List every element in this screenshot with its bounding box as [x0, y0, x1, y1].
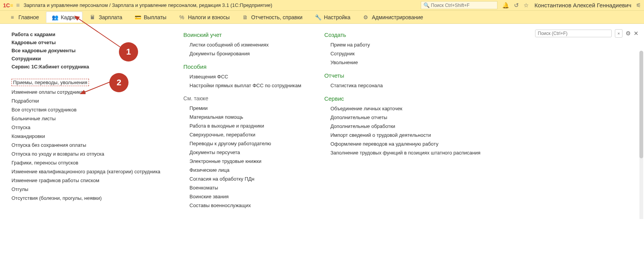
- history-icon[interactable]: ↺: [514, 2, 519, 9]
- tab-taxes[interactable]: % Налоги и взносы: [173, 12, 235, 23]
- link-item[interactable]: Графики, переносы отпусков: [12, 160, 160, 166]
- header-bar: 1С≡ ≡ Зарплата и управление персоналом /…: [0, 0, 644, 11]
- section-military[interactable]: Воинский учет: [183, 32, 301, 38]
- column-3: Создать Прием на работу Сотрудник Увольн…: [324, 32, 480, 211]
- wrench-icon: 🔧: [315, 14, 321, 20]
- tab-settings[interactable]: 🔧 Настройка: [310, 12, 356, 23]
- link-item[interactable]: Подработки: [12, 98, 160, 104]
- app-title: Зарплата и управление персоналом / Зарпл…: [23, 2, 420, 8]
- link-item[interactable]: Увольнение: [324, 60, 480, 65]
- hamburger-icon[interactable]: ≡: [16, 2, 20, 9]
- section-service[interactable]: Сервис: [324, 95, 480, 102]
- link-item[interactable]: Дополнительные отчеты: [324, 115, 480, 120]
- link-item[interactable]: Документы бронирования: [183, 51, 301, 56]
- link-item[interactable]: Листки сообщений об изменениях: [183, 42, 301, 48]
- section-benefits[interactable]: Пособия: [183, 63, 301, 70]
- link-item[interactable]: Отпуска без сохранения оплаты: [12, 142, 160, 148]
- user-name[interactable]: Константинов Алексей Геннадиевич: [535, 2, 631, 8]
- global-search-input[interactable]: [431, 3, 495, 8]
- link-item[interactable]: Статистика персонала: [324, 83, 480, 88]
- close-icon[interactable]: ✕: [634, 30, 639, 37]
- annotation-badge-1: 1: [119, 42, 138, 61]
- scrollbar[interactable]: [639, 51, 643, 219]
- scrollbar-thumb[interactable]: [639, 51, 643, 158]
- link-item[interactable]: Согласия на обработку ПДн: [183, 176, 301, 182]
- tab-salary[interactable]: 🖩 Зарплата: [84, 12, 127, 23]
- link-item[interactable]: Сверхурочные, переработки: [183, 132, 301, 138]
- link-item[interactable]: Заполнение трудовых функций в позициях ш…: [324, 150, 480, 156]
- content-search-input[interactable]: [538, 31, 609, 36]
- link-item[interactable]: Изменение оплаты сотрудников: [12, 89, 160, 95]
- tab-payments[interactable]: 💳 Выплаты: [129, 12, 172, 23]
- bell-icon[interactable]: 🔔: [502, 2, 509, 9]
- link-item[interactable]: Отгулы: [12, 186, 160, 192]
- link-item[interactable]: Материальная помощь: [183, 114, 301, 120]
- link-item[interactable]: Прием на работу: [324, 42, 480, 48]
- link-item[interactable]: Дополнительные обработки: [324, 123, 480, 129]
- link-item[interactable]: Документы персучета: [183, 149, 301, 155]
- link-item[interactable]: Физические лица: [183, 167, 301, 173]
- link-item[interactable]: Отпуска: [12, 125, 160, 130]
- link-item[interactable]: Сотрудник: [324, 51, 480, 56]
- header-actions: 🔔 ↺ ☆ Константинов Алексей Геннадиевич ⚟: [502, 2, 641, 9]
- link-item[interactable]: Работа в выходные и праздники: [183, 123, 301, 129]
- people-icon: 👥: [52, 14, 58, 20]
- calculator-icon: 🖩: [89, 14, 96, 20]
- wallet-icon: 💳: [135, 14, 141, 20]
- group-head[interactable]: Сервис 1С:Кабинет сотрудника: [12, 64, 160, 70]
- tab-personnel[interactable]: 👥 Кадры: [46, 12, 83, 23]
- link-item[interactable]: Изменение графиков работы списком: [12, 178, 160, 183]
- link-item[interactable]: Составы военнослужащих: [183, 203, 301, 208]
- percent-icon: %: [179, 14, 185, 20]
- link-item[interactable]: Извещения ФСС: [183, 74, 301, 80]
- document-icon: 🗎: [242, 14, 248, 20]
- link-item[interactable]: Настройки прямых выплат ФСС по сотрудник…: [183, 83, 301, 88]
- group-head[interactable]: Кадровые отчеты: [12, 40, 160, 45]
- link-item[interactable]: Премии: [183, 105, 301, 111]
- link-item[interactable]: Импорт сведений о трудовой деятельности: [324, 132, 480, 138]
- logo: 1С≡: [3, 2, 13, 8]
- link-item[interactable]: Электронные трудовые книжки: [183, 158, 301, 164]
- link-item[interactable]: Больничные листы: [12, 116, 160, 121]
- content-area: × ⚙ ✕ 1 2 Работа с кадрами Кадровые отче…: [0, 24, 644, 219]
- main-toolbar: ≡ Главное 👥 Кадры 🖩 Зарплата 💳 Выплаты %…: [0, 11, 644, 24]
- link-item[interactable]: Переводы к другому работодателю: [183, 141, 301, 146]
- clear-search-button[interactable]: ×: [615, 29, 623, 38]
- home-icon: ≡: [9, 14, 15, 20]
- section-create[interactable]: Создать: [324, 32, 480, 38]
- tab-reports[interactable]: 🗎 Отчетность, справки: [237, 12, 308, 23]
- link-hirings-transfers-dismissals[interactable]: Приемы, переводы, увольнения: [12, 79, 89, 86]
- search-icon: 🔍: [423, 2, 430, 8]
- link-item[interactable]: Объединение личных карточек: [324, 106, 480, 111]
- settings-icon[interactable]: ⚙: [626, 30, 631, 37]
- tab-administration[interactable]: ⚙ Администрирование: [357, 12, 429, 23]
- link-item[interactable]: Воинские звания: [183, 194, 301, 199]
- global-search[interactable]: 🔍: [421, 1, 497, 9]
- content-controls: × ⚙ ✕: [535, 29, 639, 38]
- link-item[interactable]: Изменение квалификационного разряда (кат…: [12, 169, 160, 174]
- content-search[interactable]: [535, 30, 612, 37]
- settings-toggle-icon[interactable]: ⚟: [636, 2, 641, 9]
- section-reports[interactable]: Отчеты: [324, 72, 480, 79]
- gear-icon: ⚙: [363, 14, 369, 20]
- star-icon[interactable]: ☆: [524, 2, 529, 9]
- link-item[interactable]: Военкоматы: [183, 185, 301, 191]
- tab-main[interactable]: ≡ Главное: [4, 12, 44, 23]
- link-item[interactable]: Оформление переводов на удаленную работу: [324, 141, 480, 147]
- link-item[interactable]: Отпуска по уходу и возвраты из отпуска: [12, 151, 160, 157]
- column-1: Работа с кадрами Кадровые отчеты Все кад…: [12, 32, 160, 211]
- link-item[interactable]: Отсутствия (болезни, прогулы, неявки): [12, 195, 160, 201]
- see-also-header: См. также: [183, 95, 301, 101]
- group-head[interactable]: Сотрудники: [12, 56, 160, 61]
- group-head[interactable]: Работа с кадрами: [12, 32, 160, 37]
- annotation-badge-2: 2: [109, 73, 128, 92]
- link-item[interactable]: Все отсутствия сотрудников: [12, 107, 160, 113]
- column-2: Воинский учет Листки сообщений об измене…: [183, 32, 301, 211]
- link-item[interactable]: Командировки: [12, 133, 160, 139]
